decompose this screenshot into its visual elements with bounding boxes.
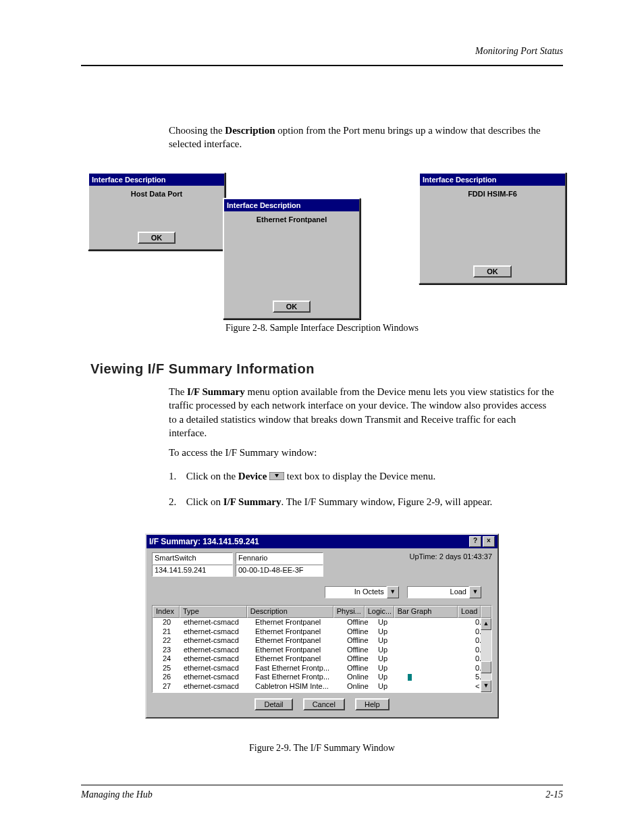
interface-table: Index Type Description Physi... Logic...… (152, 605, 492, 693)
figure-caption-2: Figure 2-9. The I/F Summary Window (0, 743, 644, 754)
titlebar[interactable]: Interface Description (89, 174, 224, 186)
intro-paragraph: Choosing the Description option from the… (169, 124, 556, 151)
access-paragraph: To access the I/F Summary window: (169, 446, 556, 459)
step-1: 1. Click on the Device text box to displ… (169, 469, 556, 484)
uptime-label: UpTime: 2 days 01:43:37 (410, 552, 493, 561)
interface-description-window-host: Interface Description Host Data Port OK (88, 172, 225, 251)
footer-left: Managing the Hub (81, 789, 153, 800)
col-bargraph[interactable]: Bar Graph (394, 606, 458, 618)
col-index[interactable]: Index (153, 606, 180, 618)
table-row[interactable]: 24ethernet-csmacdEthernet FrontpanelOffl… (153, 654, 491, 664)
table-row[interactable]: 27ethernet-csmacdCabletron HSIM Inte...O… (153, 682, 491, 692)
table-row[interactable]: 22ethernet-csmacdEthernet FrontpanelOffl… (153, 636, 491, 646)
footer-rule (81, 785, 563, 785)
summary-paragraph: The I/F Summary menu option available fr… (169, 385, 556, 440)
scroll-up-icon[interactable]: ▲ (481, 618, 491, 630)
col-type[interactable]: Type (180, 606, 247, 618)
ok-button[interactable]: OK (473, 265, 512, 278)
stat-type-select[interactable]: In Octets▼ (325, 586, 399, 598)
footer-right: 2-15 (545, 789, 563, 800)
description-label: Ethernet Frontpanel (224, 215, 359, 224)
table-row[interactable]: 25ethernet-csmacdFast Ethernet Frontp...… (153, 664, 491, 673)
table-row[interactable]: 23ethernet-csmacdEthernet FrontpanelOffl… (153, 646, 491, 655)
device-name-field: SmartSwitch (152, 552, 233, 565)
vertical-scrollbar[interactable]: ▲ ▼ (481, 618, 491, 692)
table-row[interactable]: 21ethernet-csmacdEthernet FrontpanelOffl… (153, 627, 491, 637)
step-2: 2. Click on I/F Summary. The I/F Summary… (169, 495, 556, 509)
description-label: Host Data Port (89, 190, 224, 198)
display-type-select[interactable]: Load▼ (407, 586, 481, 598)
page-header-right: Monitoring Port Status (475, 46, 563, 57)
header-rule (81, 65, 563, 66)
detail-button[interactable]: Detail (254, 698, 292, 710)
close-icon[interactable]: × (483, 536, 495, 547)
titlebar[interactable]: I/F Summary: 134.141.59.241 ? × (146, 535, 498, 548)
ok-button[interactable]: OK (273, 301, 311, 313)
col-physical[interactable]: Physi... (333, 606, 365, 618)
col-load[interactable]: Load (458, 606, 481, 618)
scroll-down-icon[interactable]: ▼ (481, 680, 491, 692)
if-summary-window: I/F Summary: 134.141.59.241 ? × SmartSwi… (145, 533, 499, 719)
help-icon[interactable]: ? (469, 536, 481, 547)
description-label: FDDI HSIM-F6 (420, 190, 565, 198)
scroll-thumb[interactable] (481, 661, 491, 673)
device-ip-field: 134.141.59.241 (152, 565, 233, 577)
col-scroll-gap (481, 606, 491, 618)
help-button[interactable]: Help (355, 698, 390, 710)
menu-button-icon (269, 470, 284, 484)
cancel-button[interactable]: Cancel (303, 698, 345, 710)
table-row[interactable]: 26ethernet-csmacdFast Ethernet Frontp...… (153, 673, 491, 682)
device-mac-field: 00-00-1D-48-EE-3F (236, 565, 323, 577)
window-title: I/F Summary: 134.141.59.241 (149, 536, 259, 547)
ok-button[interactable]: OK (138, 232, 176, 244)
col-logical[interactable]: Logic... (365, 606, 394, 618)
table-row[interactable]: 20ethernet-csmacdEthernet FrontpanelOffl… (153, 618, 491, 627)
titlebar[interactable]: Interface Description (420, 174, 565, 186)
interface-description-window-ethernet: Interface Description Ethernet Frontpane… (223, 198, 360, 319)
device-user-field: Fennario (236, 552, 323, 565)
section-heading: Viewing I/F Summary Information (90, 361, 315, 377)
col-description[interactable]: Description (247, 606, 333, 618)
figure-caption-1: Figure 2-8. Sample Interface Description… (0, 323, 644, 334)
chevron-down-icon[interactable]: ▼ (469, 586, 481, 598)
interface-description-window-fddi: Interface Description FDDI HSIM-F6 OK (419, 172, 566, 284)
titlebar[interactable]: Interface Description (224, 199, 359, 211)
chevron-down-icon[interactable]: ▼ (387, 586, 399, 598)
